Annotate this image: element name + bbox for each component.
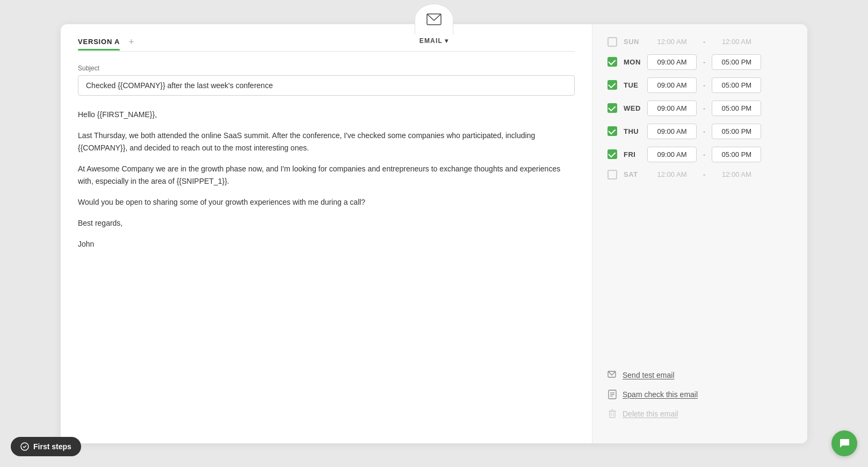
time-from-tue[interactable] xyxy=(647,77,697,93)
checkbox-wed[interactable] xyxy=(607,103,617,113)
tab-add-button[interactable]: + xyxy=(128,37,134,51)
time-sep-wed: - xyxy=(703,104,705,112)
send-test-email-text: Send test email xyxy=(623,371,675,379)
time-sep-sat: - xyxy=(703,170,705,178)
time-sep-mon: - xyxy=(703,58,705,66)
chat-fab[interactable] xyxy=(831,430,857,456)
email-badge-icon xyxy=(415,4,453,35)
time-from-thu[interactable] xyxy=(647,124,697,139)
first-steps-label: First steps xyxy=(33,442,71,451)
time-to-mon[interactable] xyxy=(712,54,761,70)
checkbox-sun[interactable] xyxy=(607,37,617,47)
schedule-row-sun: SUN12:00 AM-12:00 AM xyxy=(607,37,792,47)
body-paragraph-2: At Awesome Company we are in the growth … xyxy=(78,163,575,188)
day-label-fri: FRI xyxy=(624,150,641,159)
time-sep-sun: - xyxy=(703,38,705,46)
schedule-container: SUN12:00 AM-12:00 AMMON-TUE-WED-THU-FRI-… xyxy=(607,37,792,187)
spam-check-link[interactable]: Spam check this email xyxy=(607,390,792,399)
time-to-wed[interactable] xyxy=(712,100,761,116)
delete-email-link[interactable]: Delete this email xyxy=(607,409,792,419)
actions-section: Send test email Spam check this email xyxy=(607,357,792,428)
first-steps-button[interactable]: First steps xyxy=(11,437,81,456)
time-to-sat: 12:00 AM xyxy=(712,170,761,178)
day-label-mon: MON xyxy=(624,58,641,66)
subject-label: Subject xyxy=(78,64,575,72)
right-panel: SUN12:00 AM-12:00 AMMON-TUE-WED-THU-FRI-… xyxy=(592,24,807,443)
checkbox-thu[interactable] xyxy=(607,126,617,136)
delete-icon xyxy=(607,409,617,419)
tab-version-a[interactable]: VERSION A xyxy=(78,38,120,50)
body-name: John xyxy=(78,238,575,250)
email-icon xyxy=(426,13,442,25)
spam-check-text: Spam check this email xyxy=(623,390,698,399)
time-sep-tue: - xyxy=(703,81,705,89)
checkbox-fri[interactable] xyxy=(607,149,617,159)
subject-input[interactable] xyxy=(78,75,575,96)
time-sep-thu: - xyxy=(703,127,705,135)
send-test-email-link[interactable]: Send test email xyxy=(607,370,792,380)
schedule-row-tue: TUE- xyxy=(607,77,792,93)
email-badge: EMAIL ▾ xyxy=(415,4,453,45)
main-content: VERSION A + Subject Hello {{FIRST_NAME}}… xyxy=(61,24,807,443)
day-label-thu: THU xyxy=(624,127,641,135)
email-body: Hello {{FIRST_NAME}}, Last Thursday, we … xyxy=(78,109,575,251)
body-paragraph-1: Last Thursday, we both attended the onli… xyxy=(78,130,575,154)
day-label-wed: WED xyxy=(624,104,641,112)
day-label-sat: SAT xyxy=(624,170,641,178)
body-regards: Best regards, xyxy=(78,217,575,229)
delete-email-text: Delete this email xyxy=(623,409,678,418)
time-from-mon[interactable] xyxy=(647,54,697,70)
first-steps-icon xyxy=(20,442,29,451)
left-panel: VERSION A + Subject Hello {{FIRST_NAME}}… xyxy=(61,24,592,443)
day-label-sun: SUN xyxy=(624,38,641,46)
checkbox-sat[interactable] xyxy=(607,170,617,179)
checkbox-tue[interactable] xyxy=(607,80,617,90)
schedule-row-fri: FRI- xyxy=(607,147,792,162)
schedule-row-sat: SAT12:00 AM-12:00 AM xyxy=(607,170,792,179)
footer-bar: First steps xyxy=(11,437,81,456)
schedule-row-mon: MON- xyxy=(607,54,792,70)
time-from-wed[interactable] xyxy=(647,100,697,116)
time-sep-fri: - xyxy=(703,150,705,159)
tab-add-icon: + xyxy=(128,37,134,47)
tabs-row: VERSION A + xyxy=(78,37,575,52)
tab-version-a-label: VERSION A xyxy=(78,38,120,46)
time-to-sun: 12:00 AM xyxy=(712,38,761,46)
schedule-row-thu: THU- xyxy=(607,124,792,139)
chat-icon xyxy=(838,437,850,449)
chevron-icon: ▾ xyxy=(445,37,449,45)
time-from-fri[interactable] xyxy=(647,147,697,162)
time-to-fri[interactable] xyxy=(712,147,761,162)
main-card: EMAIL ▾ VERSION A + Subject Hello {{FIRS… xyxy=(61,24,807,443)
email-text: EMAIL xyxy=(419,37,443,45)
time-from-sat: 12:00 AM xyxy=(647,170,697,178)
time-to-thu[interactable] xyxy=(712,124,761,139)
email-label[interactable]: EMAIL ▾ xyxy=(419,37,449,45)
body-greeting: Hello {{FIRST_NAME}}, xyxy=(78,109,575,121)
svg-rect-6 xyxy=(610,411,615,418)
time-from-sun: 12:00 AM xyxy=(647,38,697,46)
schedule-row-wed: WED- xyxy=(607,100,792,116)
time-to-tue[interactable] xyxy=(712,77,761,93)
body-paragraph-3: Would you be open to sharing some of you… xyxy=(78,196,575,209)
send-test-icon xyxy=(607,370,617,380)
checkbox-mon[interactable] xyxy=(607,57,617,67)
spam-check-icon xyxy=(607,390,617,399)
day-label-tue: TUE xyxy=(624,81,641,89)
